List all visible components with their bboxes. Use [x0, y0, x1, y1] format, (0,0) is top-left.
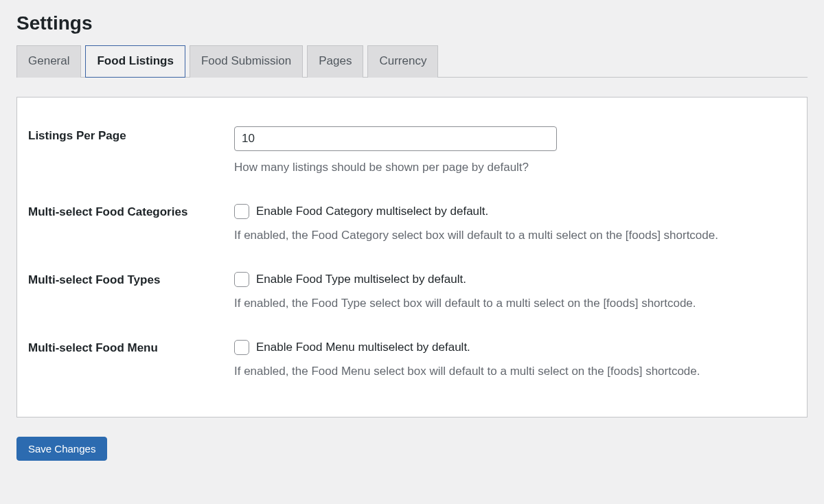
multi-menu-description: If enabled, the Food Menu select box wil… [234, 362, 796, 380]
multi-menu-label: Multi-select Food Menu [28, 341, 158, 354]
multi-categories-checkbox[interactable] [234, 204, 249, 219]
listings-per-page-description: How many listings should be shown per pa… [234, 158, 796, 176]
tab-food-listings[interactable]: Food Listings [85, 45, 185, 78]
multi-categories-description: If enabled, the Food Category select box… [234, 226, 796, 244]
multi-types-description: If enabled, the Food Type select box wil… [234, 294, 796, 312]
multi-types-label: Multi-select Food Types [28, 273, 160, 286]
multi-types-checkbox-label[interactable]: Enable Food Type multiselect by default. [256, 273, 466, 286]
multi-menu-checkbox[interactable] [234, 340, 249, 355]
multi-categories-checkbox-label[interactable]: Enable Food Category multiselect by defa… [256, 205, 488, 218]
multi-types-checkbox[interactable] [234, 272, 249, 287]
form-table: Listings Per Page How many listings shou… [28, 117, 796, 398]
tab-general[interactable]: General [16, 45, 81, 78]
tab-food-submission[interactable]: Food Submission [190, 45, 303, 78]
listings-per-page-input[interactable] [234, 126, 557, 151]
tab-pages[interactable]: Pages [307, 45, 363, 78]
tab-wrapper: General Food Listings Food Submission Pa… [16, 45, 808, 78]
settings-panel: Listings Per Page How many listings shou… [16, 97, 808, 417]
multi-menu-checkbox-label[interactable]: Enable Food Menu multiselect by default. [256, 341, 470, 354]
listings-per-page-label: Listings Per Page [28, 129, 126, 142]
page-title: Settings [16, 0, 808, 45]
multi-categories-label: Multi-select Food Categories [28, 205, 187, 218]
save-changes-button[interactable]: Save Changes [16, 437, 107, 461]
tab-currency[interactable]: Currency [367, 45, 438, 78]
